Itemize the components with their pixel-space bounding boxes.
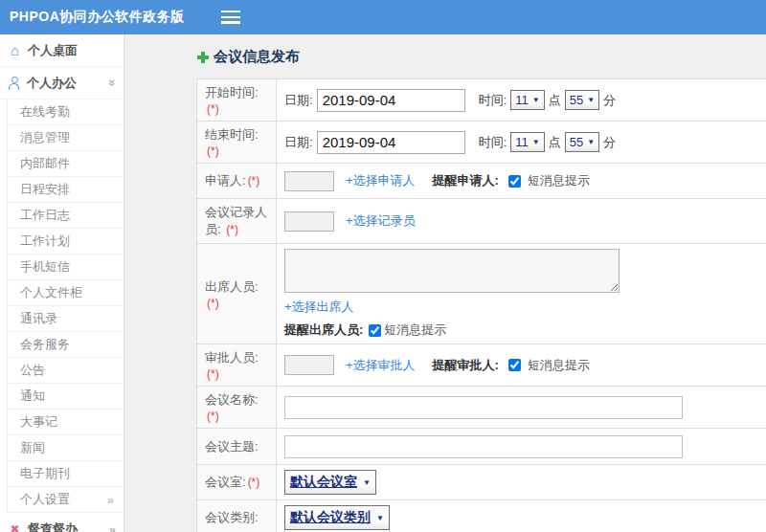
approver-sms-checkbox[interactable] [508,359,521,371]
attendees-textarea[interactable] [284,249,620,293]
sms-label: 短消息提示 [384,321,446,339]
required-mark: (*) [207,410,219,423]
add-icon [196,51,210,64]
remind-applicant-label: 提醒申请人: [433,172,499,189]
sidebar-item-label: 工作日志 [20,207,70,224]
hour-unit-label: 点 [549,92,561,109]
date-label: 日期: [284,92,313,109]
end-minute-select[interactable]: 55▼ [565,132,599,152]
sidebar-item-label: 个人办公 [27,75,77,92]
sidebar-item-online-attendance[interactable]: 在线考勤 [8,100,124,125]
time-label: 时间: [479,92,507,109]
top-header: PHPOA协同办公软件政务版 [0,0,766,34]
home-icon: ⌂ [8,42,22,58]
sidebar-item-label: 通知 [20,388,45,405]
sidebar-item-meeting-service[interactable]: 会务服务 [8,332,124,358]
caret-down-icon: ▼ [532,138,540,146]
sidebar-item-contacts[interactable]: 通讯录 [8,306,124,332]
applicant-input[interactable] [284,171,334,191]
approver-label: 审批人员: [205,350,259,365]
sidebar-item-notice[interactable]: 通知 [8,384,124,410]
sidebar-item-label: 个人桌面 [28,42,78,59]
hamburger-menu-icon[interactable] [221,11,240,24]
caret-down-icon: ▼ [363,478,371,487]
start-hour-select[interactable]: 11▼ [510,90,544,110]
sidebar-item-personal-desktop[interactable]: ⌂ 个人桌面 [0,34,124,67]
meeting-category-select[interactable]: 默认会议类别▼ [284,505,390,530]
attendees-label: 出席人员: [205,279,259,294]
sidebar-item-internal-mail[interactable]: 内部邮件 [8,151,124,177]
start-minute-select[interactable]: 55▼ [565,90,599,110]
attendees-sms-checkbox[interactable] [369,324,381,337]
end-time-label: 结束时间: [205,127,259,142]
sidebar-item-label: 在线考勤 [20,103,70,121]
sidebar-item-label: 公告 [20,362,45,379]
end-date-input[interactable] [317,131,465,154]
sidebar-item-personal-settings[interactable]: 个人设置 » [8,487,124,513]
sidebar-item-label: 手机短信 [20,258,70,276]
sidebar-item-label: 工作计划 [20,233,70,250]
sidebar-item-schedule[interactable]: 日程安排 [8,177,124,203]
sidebar-item-work-log[interactable]: 工作日志 [8,203,124,229]
start-date-input[interactable] [317,89,465,112]
meeting-subject-label: 会议主题: [205,439,259,454]
sidebar-item-label: 日程安排 [20,181,70,198]
app-title: PHPOA协同办公软件政务版 [10,9,185,26]
meeting-subject-input[interactable] [284,435,683,458]
sidebar-item-personal-office[interactable]: 个人办公 » [0,67,124,100]
sidebar-item-news[interactable]: 新闻 [8,435,124,461]
required-mark: (*) [207,102,219,116]
caret-down-icon: ▼ [587,138,595,146]
sidebar-item-supervision[interactable]: ✖ 督查督办 » [0,513,124,532]
sidebar-item-label: 消息管理 [20,129,70,146]
sms-label: 短消息提示 [528,357,590,374]
hour-unit-label: 点 [549,134,561,151]
date-label: 日期: [284,134,313,151]
sidebar-item-label: 会务服务 [20,336,70,353]
chevron-double-down-icon: » [105,79,120,86]
meeting-name-label: 会议名称: [205,392,259,407]
page-title: 会议信息发布 [214,48,300,66]
sidebar-item-label: 新闻 [20,439,45,456]
caret-down-icon: ▼ [376,514,384,522]
sidebar-item-label: 内部邮件 [20,155,70,172]
sidebar-item-announcement[interactable]: 公告 [8,358,124,384]
required-mark: (*) [248,174,260,188]
end-hour-select[interactable]: 11▼ [510,132,544,152]
sidebar-item-events[interactable]: 大事记 [8,410,124,435]
recorder-input[interactable] [284,211,334,232]
required-mark: (*) [207,367,219,381]
required-mark: (*) [226,223,238,236]
chevron-right-icon: » [109,522,116,532]
start-time-label: 开始时间: [205,85,259,100]
sidebar-item-e-journal[interactable]: 电子期刊 [8,461,124,487]
supervision-icon: ✖ [8,522,22,532]
sidebar-item-label: 大事记 [20,413,57,431]
required-mark: (*) [207,297,219,310]
meeting-form: 开始时间:(*) 日期: 时间: 11▼ 点 55▼ 分 结束时间:(*) [196,78,766,532]
approver-input[interactable] [284,355,334,375]
choose-recorder-link[interactable]: +选择记录员 [346,212,416,230]
meeting-room-select[interactable]: 默认会议室▼ [284,470,376,495]
sidebar-item-label: 督查督办 [28,521,78,532]
applicant-sms-checkbox[interactable] [508,175,521,188]
sms-label: 短消息提示 [528,172,590,189]
caret-down-icon: ▼ [532,96,540,104]
time-label: 时间: [479,134,507,151]
choose-attendees-link[interactable]: +选择出席人 [284,299,354,316]
meeting-name-input[interactable] [284,396,683,419]
sidebar-item-sms[interactable]: 手机短信 [8,255,124,280]
sidebar-item-message-management[interactable]: 消息管理 [8,125,124,151]
sidebar-item-work-plan[interactable]: 工作计划 [8,229,124,255]
sidebar-item-label: 个人设置 [20,491,70,508]
main-content: 会议信息发布 开始时间:(*) 日期: 时间: 11▼ 点 55▼ 分 [124,34,766,532]
required-mark: (*) [248,476,260,489]
sidebar-item-personal-files[interactable]: 个人文件柜 [8,280,124,306]
meeting-category-label: 会议类别: [205,510,259,524]
chevron-right-icon: » [107,493,114,507]
meeting-room-label: 会议室: [205,475,246,489]
required-mark: (*) [207,144,219,158]
choose-applicant-link[interactable]: +选择申请人 [346,172,416,189]
remind-approver-label: 提醒审批人: [433,357,499,374]
choose-approver-link[interactable]: +选择审批人 [346,357,416,374]
